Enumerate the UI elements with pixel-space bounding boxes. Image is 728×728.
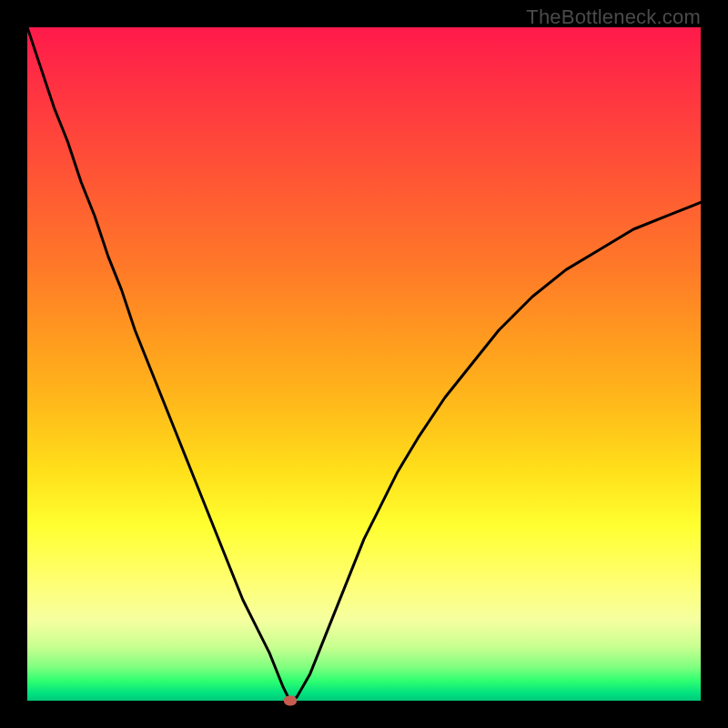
plot-area: [27, 27, 701, 701]
chart-frame: TheBottleneck.com: [0, 0, 728, 728]
attribution-label: TheBottleneck.com: [526, 5, 701, 29]
bottleneck-curve: [27, 27, 701, 701]
minimum-marker: [284, 696, 297, 706]
